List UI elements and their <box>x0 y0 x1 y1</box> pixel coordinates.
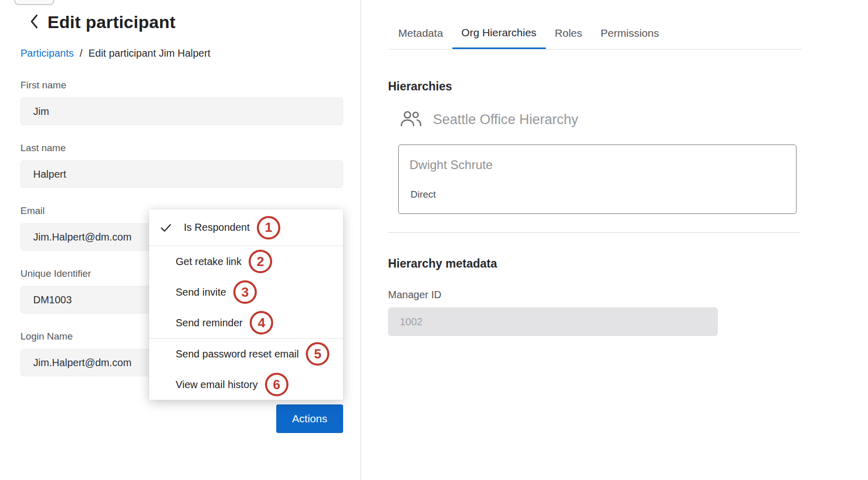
menu-item-view-email-history[interactable]: View email history 6 <box>149 369 343 400</box>
annotation-circle-2: 2 <box>249 250 272 273</box>
breadcrumb-separator: / <box>80 47 83 59</box>
menu-item-label: Send invite <box>176 286 226 298</box>
first-name-field-group: First name <box>20 80 343 125</box>
partial-tab <box>14 0 54 5</box>
menu-item-label: Get retake link <box>176 256 242 268</box>
breadcrumb-current: Edit participant Jim Halpert <box>88 47 210 59</box>
annotation-circle-5: 5 <box>306 342 329 366</box>
last-name-label: Last name <box>20 142 343 154</box>
menu-item-send-password-reset-email[interactable]: Send password reset email 5 <box>149 339 343 369</box>
checkmark-icon <box>159 221 173 234</box>
menu-item-is-respondent[interactable]: Is Respondent 1 <box>149 209 343 246</box>
manager-id-input <box>388 307 718 336</box>
hierarchy-row: Seattle Office Hierarchy <box>400 110 578 129</box>
tab-org-hierarchies[interactable]: Org Hierarchies <box>452 17 546 49</box>
annotation-circle-1: 1 <box>257 216 280 239</box>
tab-metadata[interactable]: Metadata <box>389 17 452 49</box>
page-header: Edit participant <box>29 12 360 32</box>
annotation-circle-3: 3 <box>233 280 257 304</box>
details-tabs: Metadata Org Hierarchies Roles Permissio… <box>389 17 802 50</box>
actions-dropdown-menu: Is Respondent 1 Get retake link 2 Send i… <box>149 209 343 400</box>
breadcrumb-participants-link[interactable]: Participants <box>20 47 74 59</box>
page-title: Edit participant <box>47 12 176 32</box>
menu-item-label: View email history <box>176 379 258 391</box>
participant-details-panel: Metadata Org Hierarchies Roles Permissio… <box>361 0 868 480</box>
hierarchy-name: Seattle Office Hierarchy <box>433 112 578 128</box>
section-divider <box>388 232 801 233</box>
menu-item-send-invite[interactable]: Send invite 3 <box>149 277 343 307</box>
menu-item-get-retake-link[interactable]: Get retake link 2 <box>149 246 343 277</box>
manager-name: Dwight Schrute <box>409 158 493 172</box>
last-name-field-group: Last name <box>20 142 343 188</box>
first-name-input[interactable] <box>20 98 343 125</box>
menu-item-label: Send reminder <box>176 317 243 329</box>
manager-id-label: Manager ID <box>388 289 442 301</box>
people-icon <box>400 110 422 129</box>
menu-item-label: Is Respondent <box>184 222 250 233</box>
manager-card[interactable]: Dwight Schrute Direct <box>398 145 797 214</box>
tab-roles[interactable]: Roles <box>546 17 592 49</box>
breadcrumb: Participants / Edit participant Jim Halp… <box>20 47 360 59</box>
first-name-label: First name <box>20 80 343 91</box>
hierarchy-metadata-heading: Hierarchy metadata <box>388 257 497 271</box>
menu-item-label: Send password reset email <box>176 348 299 360</box>
back-button[interactable] <box>29 13 39 32</box>
last-name-input[interactable] <box>20 160 343 188</box>
annotation-circle-4: 4 <box>250 311 273 334</box>
edit-participant-panel: Edit participant Participants / Edit par… <box>0 0 361 480</box>
hierarchies-heading: Hierarchies <box>388 80 452 93</box>
menu-item-send-reminder[interactable]: Send reminder 4 <box>149 307 343 338</box>
chevron-left-icon <box>29 13 39 32</box>
tab-permissions[interactable]: Permissions <box>591 17 668 49</box>
annotation-circle-6: 6 <box>265 373 288 396</box>
manager-relationship: Direct <box>411 189 436 200</box>
actions-button[interactable]: Actions <box>276 404 343 433</box>
